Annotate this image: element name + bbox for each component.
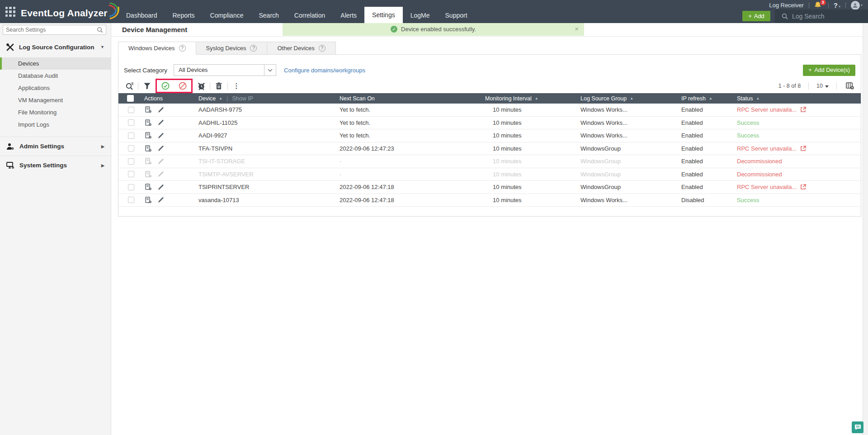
monitoring-interval-value: 10 minutes bbox=[485, 132, 522, 139]
column-monitoring-interval[interactable]: Monitoring Interval bbox=[485, 95, 532, 102]
external-link-icon[interactable] bbox=[800, 146, 806, 151]
select-all-checkbox[interactable] bbox=[127, 95, 134, 102]
nav-item-logme[interactable]: LogMe bbox=[403, 8, 438, 23]
tab-syslog-devices[interactable]: Syslog Devices ? bbox=[196, 42, 268, 55]
help-icon[interactable]: ? bbox=[319, 45, 326, 52]
log-receiver-link[interactable]: Log Receiver bbox=[769, 2, 804, 9]
edit-device-icon[interactable] bbox=[158, 119, 164, 126]
next-scan-value: - bbox=[340, 158, 341, 165]
nav-item-correlation[interactable]: Correlation bbox=[287, 8, 333, 23]
page-size-select[interactable]: 10 bbox=[816, 83, 829, 89]
status-value[interactable]: RPC Server unavaila... bbox=[737, 184, 797, 190]
status-value[interactable]: Decommissioned bbox=[737, 158, 782, 165]
status-value[interactable]: RPC Server unavaila... bbox=[737, 145, 797, 152]
divider bbox=[809, 2, 809, 8]
toast-message: Device enabled successfully. bbox=[401, 26, 476, 33]
nav-item-alerts[interactable]: Alerts bbox=[333, 8, 364, 23]
enable-device-icon[interactable] bbox=[160, 80, 171, 91]
configure-device-icon[interactable] bbox=[145, 119, 151, 126]
row-checkbox[interactable] bbox=[128, 197, 134, 203]
status-value[interactable]: Decommissioned bbox=[737, 171, 782, 178]
apps-grid-icon[interactable] bbox=[5, 7, 15, 17]
sidebar-section-system-settings[interactable]: System Settings ▶ bbox=[0, 156, 111, 175]
edit-device-icon[interactable] bbox=[158, 197, 164, 203]
tab-other-devices[interactable]: Other Devices ? bbox=[267, 42, 335, 55]
configure-device-icon[interactable] bbox=[145, 171, 151, 178]
external-link-icon[interactable] bbox=[800, 184, 806, 190]
status-value[interactable]: RPC Server unavaila... bbox=[737, 106, 797, 113]
column-status[interactable]: Status bbox=[737, 95, 753, 102]
sidebar-item-database-audit[interactable]: Database Audit bbox=[0, 70, 111, 82]
help-icon: ? bbox=[834, 1, 838, 9]
row-checkbox[interactable] bbox=[128, 184, 134, 190]
more-options-icon[interactable]: ⋮ bbox=[231, 80, 242, 91]
sidebar-section-admin-settings[interactable]: Admin Settings ▶ bbox=[0, 137, 111, 156]
category-select[interactable]: All Devices bbox=[174, 64, 276, 76]
sidebar-section-log-source-configuration[interactable]: Log Source Configuration ▼ bbox=[0, 39, 111, 55]
row-checkbox[interactable] bbox=[128, 158, 134, 165]
nav-item-compliance[interactable]: Compliance bbox=[203, 8, 251, 23]
help-icon[interactable]: ? bbox=[179, 45, 186, 52]
configure-device-icon[interactable] bbox=[145, 106, 151, 113]
configure-device-icon[interactable] bbox=[145, 184, 151, 190]
nav-item-dashboard[interactable]: Dashboard bbox=[118, 8, 165, 23]
show-ip-toggle[interactable]: Show IP bbox=[232, 95, 253, 102]
delete-icon[interactable] bbox=[213, 80, 224, 91]
sidebar-item-import-logs[interactable]: Import Logs bbox=[0, 118, 111, 131]
row-checkbox[interactable] bbox=[128, 132, 134, 139]
column-device[interactable]: Device bbox=[198, 95, 216, 102]
configure-device-icon[interactable] bbox=[145, 132, 151, 139]
edit-device-icon[interactable] bbox=[158, 107, 164, 113]
main-content: Device Management ✓ Device enabled succe… bbox=[111, 23, 868, 435]
help-icon[interactable]: ? bbox=[250, 45, 257, 52]
user-menu[interactable]: ▾ bbox=[851, 1, 863, 10]
external-link-icon[interactable] bbox=[800, 107, 806, 113]
chevron-right-icon: ▶ bbox=[101, 144, 104, 149]
user-avatar-icon bbox=[851, 1, 860, 10]
edit-device-icon[interactable] bbox=[158, 158, 164, 165]
alarm-clock-icon[interactable] bbox=[196, 80, 207, 91]
help-menu[interactable]: ?▾ bbox=[834, 1, 840, 9]
sidebar-item-vm-management[interactable]: VM Management bbox=[0, 94, 111, 106]
sidebar-item-file-monitoring[interactable]: File Monitoring bbox=[0, 106, 111, 118]
edit-device-icon[interactable] bbox=[158, 171, 164, 177]
row-checkbox[interactable] bbox=[128, 145, 134, 151]
disable-device-icon[interactable] bbox=[177, 80, 188, 91]
sidebar-item-devices[interactable]: Devices bbox=[0, 57, 111, 70]
add-button[interactable]: + Add bbox=[742, 11, 770, 21]
edit-device-icon[interactable] bbox=[158, 184, 164, 190]
notifications-bell-icon[interactable]: 3 bbox=[814, 1, 823, 9]
advanced-search-icon[interactable] bbox=[124, 80, 135, 91]
nav-item-support[interactable]: Support bbox=[438, 8, 475, 23]
brand-logo[interactable]: EventLog Analyzer bbox=[21, 4, 120, 22]
column-log-source-group[interactable]: Log Source Group bbox=[580, 95, 627, 102]
sidebar-item-applications[interactable]: Applications bbox=[0, 82, 111, 94]
nav-item-search[interactable]: Search bbox=[251, 8, 286, 23]
column-ip-refresh[interactable]: IP refresh bbox=[681, 95, 706, 102]
status-value[interactable]: Success bbox=[737, 197, 759, 203]
row-checkbox[interactable] bbox=[128, 107, 134, 113]
nav-item-settings[interactable]: Settings bbox=[364, 7, 403, 23]
nav-item-reports[interactable]: Reports bbox=[165, 8, 203, 23]
edit-device-icon[interactable] bbox=[158, 132, 164, 139]
chat-widget-icon[interactable] bbox=[852, 421, 863, 433]
column-chooser-icon[interactable] bbox=[844, 80, 855, 91]
status-value[interactable]: Success bbox=[737, 119, 759, 126]
row-checkbox[interactable] bbox=[128, 119, 134, 126]
filter-icon[interactable] bbox=[142, 80, 152, 91]
table-header: Actions Device ▲ | Show IP Next Scan On … bbox=[118, 93, 861, 104]
divider bbox=[138, 82, 138, 90]
vertical-scrollbar[interactable] bbox=[863, 23, 868, 435]
edit-device-icon[interactable] bbox=[158, 145, 164, 151]
log-search-button[interactable]: Log Search bbox=[775, 9, 868, 23]
add-devices-button[interactable]: + Add Device(s) bbox=[803, 65, 855, 76]
search-settings-input[interactable] bbox=[3, 27, 97, 33]
row-checkbox[interactable] bbox=[128, 171, 134, 177]
tab-windows-devices[interactable]: Windows Devices ? bbox=[118, 42, 196, 55]
status-value[interactable]: Success bbox=[737, 132, 759, 139]
configure-device-icon[interactable] bbox=[145, 197, 151, 203]
configure-domains-link[interactable]: Configure domains/workgroups bbox=[284, 67, 365, 74]
toast-close-icon[interactable]: × bbox=[575, 22, 579, 36]
configure-device-icon[interactable] bbox=[145, 158, 151, 165]
configure-device-icon[interactable] bbox=[145, 145, 151, 152]
